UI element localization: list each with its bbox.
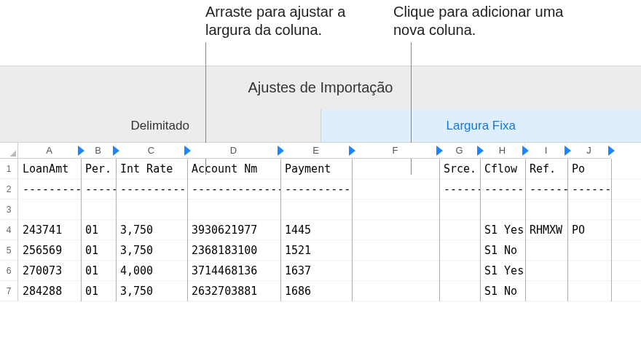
cell[interactable]: ------ — [480, 179, 525, 199]
cell[interactable]: PO — [567, 220, 611, 240]
cell[interactable]: 3,750 — [116, 240, 187, 261]
row-header[interactable]: 2 — [0, 179, 18, 199]
cell[interactable]: Ref. — [525, 159, 567, 179]
row-header[interactable]: 4 — [0, 220, 18, 240]
row-header[interactable]: 7 — [0, 281, 18, 301]
cell[interactable]: 1637 — [280, 261, 352, 281]
cell[interactable]: Per. — [81, 159, 116, 179]
cell[interactable]: 284288 — [18, 281, 81, 301]
column-resize-handle[interactable] — [76, 143, 85, 159]
cell[interactable]: ---------- — [280, 179, 352, 199]
cell[interactable]: 4,000 — [116, 261, 187, 281]
tab-delimited[interactable]: Delimitado — [0, 109, 321, 143]
cell[interactable]: Int Rate — [116, 159, 187, 179]
cell[interactable]: ---------- — [116, 179, 187, 199]
select-all-corner[interactable] — [0, 143, 18, 159]
cell[interactable]: 256569 — [18, 240, 81, 261]
cell[interactable]: ------ — [567, 179, 611, 199]
cell[interactable] — [352, 220, 439, 240]
column-header-b[interactable]: B — [81, 143, 116, 159]
column-header-d[interactable]: D — [187, 143, 280, 159]
cell[interactable]: 2368183100 — [187, 240, 280, 261]
cell[interactable] — [352, 281, 439, 301]
column-resize-handle[interactable] — [111, 143, 120, 159]
column-resize-handle[interactable] — [276, 143, 285, 159]
row-header[interactable]: 6 — [0, 261, 18, 281]
cell[interactable]: 2632703881 — [187, 281, 280, 301]
cell[interactable]: S1 No — [480, 281, 525, 301]
cell[interactable]: RHMXW — [525, 220, 567, 240]
cell[interactable] — [352, 179, 439, 199]
column-resize-handle[interactable] — [521, 143, 530, 159]
cell[interactable] — [352, 261, 439, 281]
cell[interactable]: 1445 — [280, 220, 352, 240]
cell[interactable] — [352, 159, 439, 179]
cell[interactable] — [567, 199, 611, 220]
cell[interactable]: 3,750 — [116, 220, 187, 240]
column-header-a[interactable]: A — [18, 143, 81, 159]
cell[interactable]: Po — [567, 159, 611, 179]
cell[interactable]: ------ — [439, 179, 480, 199]
cell[interactable]: 01 — [81, 240, 116, 261]
cell[interactable]: S1 Yes — [480, 220, 525, 240]
cell[interactable]: Srce. — [439, 159, 480, 179]
column-resize-handle[interactable] — [347, 143, 356, 159]
row-header[interactable]: 1 — [0, 159, 18, 179]
cell[interactable]: Account Nm — [187, 159, 280, 179]
cell[interactable]: ----- — [81, 179, 116, 199]
column-header-f[interactable]: F — [352, 143, 439, 159]
cell[interactable]: 1521 — [280, 240, 352, 261]
cell[interactable]: --------- — [18, 179, 81, 199]
cell[interactable] — [480, 199, 525, 220]
cell[interactable]: LoanAmt — [18, 159, 81, 179]
cell[interactable] — [439, 240, 480, 261]
cell[interactable]: 3,750 — [116, 281, 187, 301]
cell[interactable] — [567, 281, 611, 301]
cell[interactable] — [187, 199, 280, 220]
cell[interactable]: -------------- — [187, 179, 280, 199]
cell[interactable] — [567, 240, 611, 261]
cell[interactable]: 243741 — [18, 220, 81, 240]
column-header-c[interactable]: C — [116, 143, 187, 159]
column-resize-handle[interactable] — [607, 143, 616, 159]
row-header[interactable]: 5 — [0, 240, 18, 261]
cell[interactable]: 01 — [81, 281, 116, 301]
cell[interactable] — [439, 261, 480, 281]
cell[interactable] — [525, 199, 567, 220]
cell[interactable] — [439, 220, 480, 240]
column-header-i[interactable]: I — [525, 143, 567, 159]
cell[interactable] — [439, 281, 480, 301]
cell[interactable] — [352, 240, 439, 261]
cell[interactable]: 1686 — [280, 281, 352, 301]
cell[interactable]: 270073 — [18, 261, 81, 281]
cell[interactable] — [525, 261, 567, 281]
cell[interactable]: 3930621977 — [187, 220, 280, 240]
cell[interactable] — [525, 281, 567, 301]
cell[interactable] — [280, 199, 352, 220]
cell[interactable]: Payment — [280, 159, 352, 179]
cell[interactable]: 01 — [81, 261, 116, 281]
column-header-h[interactable]: H — [480, 143, 525, 159]
tab-fixed-width[interactable]: Largura Fixa — [321, 109, 642, 143]
cell[interactable]: ------ — [525, 179, 567, 199]
cell[interactable]: 3714468136 — [187, 261, 280, 281]
cell[interactable] — [567, 261, 611, 281]
column-resize-handle[interactable] — [476, 143, 484, 159]
cell[interactable]: S1 No — [480, 240, 525, 261]
cell[interactable] — [18, 199, 81, 220]
column-header-g[interactable]: G — [439, 143, 480, 159]
cell[interactable] — [116, 199, 187, 220]
cell[interactable] — [352, 199, 439, 220]
cell[interactable] — [439, 199, 480, 220]
column-header-j[interactable]: J — [567, 143, 611, 159]
column-resize-handle[interactable] — [563, 143, 572, 159]
column-header-e[interactable]: E — [280, 143, 352, 159]
cell[interactable] — [81, 199, 116, 220]
row-header[interactable]: 3 — [0, 199, 18, 220]
column-resize-handle[interactable] — [183, 143, 192, 159]
column-resize-handle[interactable] — [435, 143, 444, 159]
cell[interactable]: 01 — [81, 220, 116, 240]
cell[interactable]: S1 Yes — [480, 261, 525, 281]
cell[interactable]: Cflow — [480, 159, 525, 179]
cell[interactable] — [525, 240, 567, 261]
